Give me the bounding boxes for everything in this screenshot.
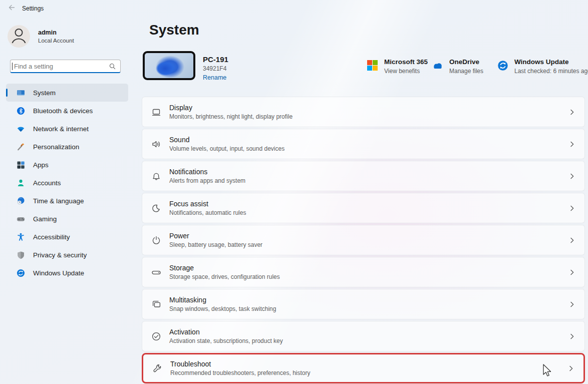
chevron-right-icon — [567, 365, 574, 372]
system-icon — [17, 89, 25, 97]
device-name: PC-191 — [203, 55, 228, 64]
row-title: Storage — [169, 264, 280, 272]
sidebar-item-system[interactable]: System — [6, 84, 128, 102]
status-card-wu[interactable]: Windows UpdateLast checked: 6 minutes ag… — [497, 58, 588, 75]
app-title: Settings — [22, 5, 44, 12]
privacy-security-icon — [17, 251, 25, 259]
sidebar-item-label: System — [33, 89, 56, 97]
accounts-icon — [17, 179, 25, 187]
sidebar-item-apps[interactable]: Apps — [6, 156, 128, 174]
status-card-subtitle: View benefits — [384, 68, 428, 75]
back-arrow-icon — [8, 4, 16, 14]
sidebar-item-label: Personalization — [33, 143, 79, 151]
chevron-right-icon — [568, 109, 575, 116]
settings-row-power[interactable]: PowerSleep, battery usage, battery saver — [142, 225, 585, 255]
windows-update-icon — [17, 269, 25, 277]
settings-row-activation[interactable]: ActivationActivation state, subscription… — [142, 321, 585, 351]
focus-assist-row-icon — [151, 203, 162, 214]
status-card-m365[interactable]: Microsoft 365View benefits — [367, 58, 428, 75]
microsoft-logo — [367, 60, 378, 71]
sidebar-item-privacy-security[interactable]: Privacy & security — [6, 246, 128, 264]
apps-icon — [17, 161, 25, 169]
row-title: Display — [169, 104, 292, 112]
activation-row-icon — [151, 331, 162, 342]
sidebar-item-accounts[interactable]: Accounts — [6, 174, 128, 192]
row-title: Sound — [169, 136, 284, 144]
settings-rows: DisplayMonitors, brightness, night light… — [142, 97, 585, 384]
sidebar-item-label: Windows Update — [33, 269, 84, 277]
settings-row-multitasking[interactable]: MultitaskingSnap windows, desktops, task… — [142, 289, 585, 319]
row-title: Activation — [169, 328, 283, 336]
status-card-title: Windows Update — [514, 58, 588, 66]
text-caret — [12, 63, 13, 70]
settings-row-focus-assist[interactable]: Focus assistNotifications, automatic rul… — [142, 193, 585, 223]
status-card-title: Microsoft 365 — [384, 58, 428, 66]
device-image — [143, 51, 195, 80]
sidebar-item-network[interactable]: Network & internet — [6, 120, 128, 138]
chevron-right-icon — [568, 333, 575, 340]
chevron-right-icon — [568, 237, 575, 244]
accessibility-icon — [17, 233, 25, 241]
troubleshoot-row-icon — [152, 363, 163, 374]
row-title: Notifications — [169, 168, 245, 176]
storage-row-icon — [151, 267, 162, 278]
network-icon — [17, 125, 25, 133]
sidebar-item-bluetooth[interactable]: Bluetooth & devices — [6, 102, 128, 120]
sidebar-item-windows-update[interactable]: Windows Update — [6, 264, 128, 282]
row-title: Focus assist — [169, 200, 246, 208]
sidebar-item-label: Gaming — [33, 215, 57, 223]
gaming-icon — [17, 215, 25, 223]
sidebar-item-label: Accessibility — [33, 233, 70, 241]
sidebar-nav: SystemBluetooth & devicesNetwork & inter… — [6, 84, 128, 282]
chevron-right-icon — [568, 141, 575, 148]
ms-square-red — [367, 60, 372, 65]
row-subtitle: Notifications, automatic rules — [169, 209, 246, 216]
sidebar-item-label: Apps — [33, 161, 49, 169]
personalization-icon — [17, 143, 25, 151]
status-card-title: OneDrive — [449, 58, 483, 66]
ms-square-yellow — [373, 66, 378, 71]
row-subtitle: Recommended troubleshooters, preferences… — [170, 369, 310, 376]
search-input[interactable]: Find a setting — [10, 60, 121, 73]
row-title: Troubleshoot — [170, 360, 310, 368]
row-subtitle: Alerts from apps and system — [169, 177, 245, 184]
row-subtitle: Snap windows, desktops, task switching — [169, 305, 276, 312]
back-button[interactable] — [4, 3, 19, 14]
settings-row-sound[interactable]: SoundVolume levels, output, input, sound… — [142, 129, 585, 159]
page-title: System — [149, 22, 199, 38]
sidebar-item-label: Network & internet — [33, 125, 89, 133]
settings-row-notifications[interactable]: NotificationsAlerts from apps and system — [142, 161, 585, 191]
settings-row-storage[interactable]: StorageStorage space, drives, configurat… — [142, 257, 585, 287]
chevron-right-icon — [568, 269, 575, 276]
sidebar-item-personalization[interactable]: Personalization — [6, 138, 128, 156]
sidebar-item-accessibility[interactable]: Accessibility — [6, 228, 128, 246]
sidebar-item-gaming[interactable]: Gaming — [6, 210, 128, 228]
sidebar-item-time-language[interactable]: Time & language — [6, 192, 128, 210]
rename-link[interactable]: Rename — [203, 74, 226, 81]
sidebar-item-label: Accounts — [33, 179, 61, 187]
status-card-subtitle: Manage files — [449, 68, 483, 75]
onedrive-cloud-icon — [432, 60, 443, 71]
row-subtitle: Sleep, battery usage, battery saver — [169, 241, 262, 248]
row-title: Power — [169, 232, 262, 240]
status-card-onedrive[interactable]: OneDriveManage files — [432, 58, 483, 75]
search-icon[interactable] — [109, 63, 116, 70]
sidebar-item-label: Bluetooth & devices — [33, 107, 93, 115]
app-header: Settings — [0, 0, 588, 17]
row-subtitle: Storage space, drives, configuration rul… — [169, 273, 280, 280]
avatar[interactable] — [8, 25, 30, 48]
row-subtitle: Volume levels, output, input, sound devi… — [169, 145, 284, 152]
selected-indicator — [6, 89, 8, 97]
sidebar-item-label: Privacy & security — [33, 251, 87, 259]
chevron-right-icon — [568, 173, 575, 180]
sidebar-item-label: Time & language — [33, 197, 84, 205]
settings-row-display[interactable]: DisplayMonitors, brightness, night light… — [142, 97, 585, 127]
user-name: admin — [38, 29, 57, 36]
settings-row-troubleshoot[interactable]: TroubleshootRecommended troubleshooters,… — [142, 353, 585, 383]
status-card-subtitle: Last checked: 6 minutes ago — [514, 68, 588, 75]
time-language-icon — [17, 197, 25, 205]
notifications-row-icon — [151, 171, 162, 182]
display-row-icon — [151, 107, 162, 118]
multitasking-row-icon — [151, 299, 162, 310]
power-row-icon — [151, 235, 162, 246]
